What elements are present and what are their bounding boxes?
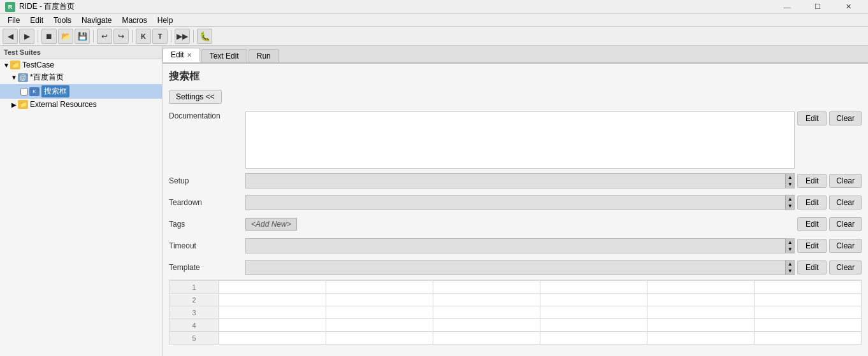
cell-1-5[interactable] — [647, 281, 755, 294]
template-down-btn[interactable]: ▼ — [785, 267, 794, 274]
tab-run[interactable]: Run — [249, 49, 279, 62]
timeout-input[interactable] — [246, 241, 785, 250]
timeout-clear-btn[interactable]: Clear — [829, 239, 862, 253]
documentation-actions: Edit Clear — [797, 111, 862, 125]
toolbar-keyword[interactable]: K — [136, 29, 151, 44]
toolbar-redo[interactable]: ↪ — [113, 29, 129, 44]
tab-edit-close[interactable]: ✕ — [187, 52, 192, 59]
template-spinner[interactable]: ▲ ▼ — [245, 260, 795, 275]
tree-item-external[interactable]: ▶ 📁 External Resources — [0, 99, 162, 110]
toolbar-run-all[interactable]: ▶▶ — [175, 29, 190, 44]
menu-macros[interactable]: Macros — [117, 15, 152, 26]
setup-up-btn[interactable]: ▲ — [785, 174, 794, 181]
template-input[interactable] — [246, 263, 785, 272]
timeout-up-btn[interactable]: ▲ — [785, 239, 794, 246]
tab-edit[interactable]: Edit ✕ — [163, 48, 200, 62]
cell-2-3[interactable] — [433, 294, 540, 306]
cell-5-3[interactable] — [433, 332, 540, 345]
tree-item-searchbox[interactable]: K 搜索框 — [0, 84, 162, 99]
cell-5-5[interactable] — [647, 332, 755, 345]
cell-4-3[interactable] — [433, 319, 540, 332]
expand-icon-baidu: ▼ — [10, 74, 18, 81]
cell-4-4[interactable] — [540, 319, 647, 332]
tags-actions: Edit Clear — [797, 217, 862, 231]
toolbar-back[interactable]: ◀ — [3, 29, 18, 44]
teardown-up-btn[interactable]: ▲ — [785, 196, 794, 203]
cell-1-4[interactable] — [540, 281, 647, 294]
tree-item-testcase[interactable]: ▼ 📁 TestCase — [0, 59, 162, 71]
cell-3-1[interactable] — [219, 306, 326, 319]
setup-clear-btn[interactable]: Clear — [829, 174, 862, 188]
documentation-clear-btn[interactable]: Clear — [829, 111, 862, 125]
tags-clear-btn[interactable]: Clear — [829, 217, 862, 231]
cell-4-1[interactable] — [219, 319, 326, 332]
cell-2-6[interactable] — [755, 294, 862, 306]
documentation-row: Documentation Edit Clear — [169, 111, 862, 169]
cell-1-1[interactable] — [219, 281, 326, 294]
teardown-down-btn[interactable]: ▼ — [785, 203, 794, 210]
menu-help[interactable]: Help — [152, 15, 178, 26]
setup-edit-btn[interactable]: Edit — [797, 174, 827, 188]
template-clear-btn[interactable]: Clear — [829, 260, 862, 274]
toolbar-test[interactable]: T — [152, 29, 168, 44]
timeout-edit-btn[interactable]: Edit — [797, 239, 827, 253]
toolbar-stop[interactable]: ⏹ — [41, 29, 57, 44]
documentation-edit-btn[interactable]: Edit — [797, 111, 827, 125]
cell-1-3[interactable] — [433, 281, 540, 294]
tab-text-edit[interactable]: Text Edit — [201, 49, 247, 62]
cell-3-3[interactable] — [433, 306, 540, 319]
tree-item-baidu[interactable]: ▼ @ *百度首页 — [0, 71, 162, 84]
toolbar-save[interactable]: 💾 — [75, 29, 90, 44]
toolbar-forward[interactable]: ▶ — [19, 29, 34, 44]
documentation-area[interactable] — [245, 111, 795, 169]
setup-down-btn[interactable]: ▼ — [785, 181, 794, 188]
cell-2-4[interactable] — [540, 294, 647, 306]
timeout-spinner[interactable]: ▲ ▼ — [245, 238, 795, 253]
cell-5-4[interactable] — [540, 332, 647, 345]
cell-2-5[interactable] — [647, 294, 755, 306]
template-value: ▲ ▼ — [245, 260, 795, 275]
menu-navigate[interactable]: Navigate — [76, 15, 117, 26]
table-row: 3 — [170, 306, 862, 319]
teardown-clear-btn[interactable]: Clear — [829, 196, 862, 210]
teardown-edit-btn[interactable]: Edit — [797, 196, 827, 210]
template-edit-btn[interactable]: Edit — [797, 260, 827, 274]
close-button[interactable]: ✕ — [834, 0, 863, 14]
cell-3-6[interactable] — [755, 306, 862, 319]
minimize-button[interactable]: — — [772, 0, 802, 14]
cell-2-2[interactable] — [326, 294, 433, 306]
cell-3-2[interactable] — [326, 306, 433, 319]
timeout-down-btn[interactable]: ▼ — [785, 246, 794, 253]
cell-2-1[interactable] — [219, 294, 326, 306]
tree-checkbox[interactable] — [20, 88, 28, 96]
toolbar-sep-5 — [193, 30, 194, 43]
menu-file[interactable]: File — [3, 15, 25, 26]
template-up-btn[interactable]: ▲ — [785, 260, 794, 267]
menu-tools[interactable]: Tools — [48, 15, 76, 26]
keyword-icon: K — [29, 87, 40, 96]
teardown-spinner[interactable]: ▲ ▼ — [245, 195, 795, 210]
cell-5-2[interactable] — [326, 332, 433, 345]
cell-4-5[interactable] — [647, 319, 755, 332]
setup-spinner-btns: ▲ ▼ — [785, 174, 794, 188]
menu-edit[interactable]: Edit — [25, 15, 48, 26]
setup-spinner[interactable]: ▲ ▼ — [245, 173, 795, 189]
maximize-button[interactable]: ☐ — [803, 0, 832, 14]
cell-3-5[interactable] — [647, 306, 755, 319]
cell-5-1[interactable] — [219, 332, 326, 345]
cell-1-2[interactable] — [326, 281, 433, 294]
toolbar-undo[interactable]: ↩ — [97, 29, 112, 44]
cell-5-6[interactable] — [755, 332, 862, 345]
cell-3-4[interactable] — [540, 306, 647, 319]
toolbar-open[interactable]: 📂 — [58, 29, 73, 44]
toolbar-debug[interactable]: 🐛 — [197, 29, 212, 44]
cell-4-2[interactable] — [326, 319, 433, 332]
file-icon: @ — [18, 73, 28, 82]
teardown-input[interactable] — [246, 198, 785, 207]
tags-add-new-btn[interactable]: <Add New> — [245, 218, 297, 231]
cell-1-6[interactable] — [755, 281, 862, 294]
settings-btn[interactable]: Settings << — [169, 90, 222, 104]
tags-edit-btn[interactable]: Edit — [797, 217, 827, 231]
cell-4-6[interactable] — [755, 319, 862, 332]
setup-input[interactable] — [246, 176, 785, 185]
